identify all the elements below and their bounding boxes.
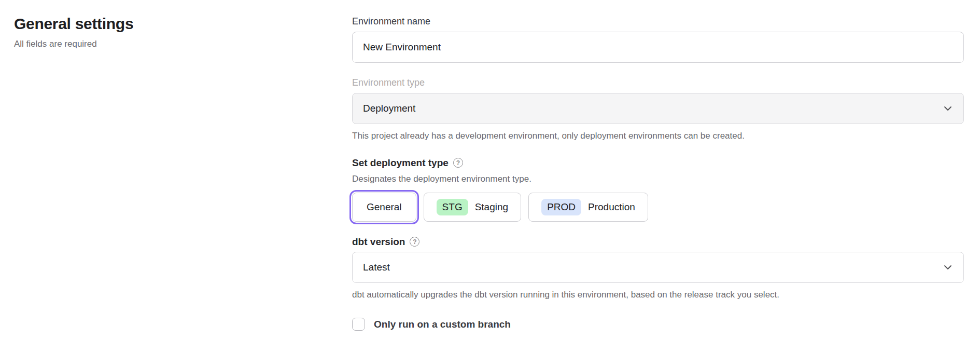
settings-header: General settings All fields are required [14, 15, 304, 50]
environment-type-helper: This project already has a development e… [352, 130, 964, 141]
dbt-version-title: dbt version [352, 236, 405, 248]
environment-name-input[interactable] [352, 32, 964, 63]
production-badge: PROD [541, 199, 581, 215]
deployment-type-title: Set deployment type [352, 157, 449, 169]
environment-type-select: Deployment [352, 93, 964, 124]
help-icon[interactable]: ? [453, 158, 463, 168]
deployment-type-general-label: General [367, 201, 402, 213]
deployment-type-staging-button[interactable]: STG Staging [424, 193, 522, 222]
page-title: General settings [14, 15, 304, 33]
help-icon[interactable]: ? [410, 237, 419, 247]
custom-branch-label[interactable]: Only run on a custom branch [374, 319, 511, 330]
environment-name-label: Environment name [352, 15, 964, 28]
deployment-type-production-label: Production [588, 201, 635, 213]
dbt-version-helper: dbt automatically upgrades the dbt versi… [352, 289, 964, 300]
dbt-version-value: Latest [363, 262, 390, 273]
chevron-down-icon [944, 106, 952, 111]
deployment-type-staging-label: Staging [475, 201, 508, 213]
deployment-type-production-button[interactable]: PROD Production [528, 193, 648, 222]
staging-badge: STG [437, 199, 468, 215]
dbt-version-select[interactable]: Latest [352, 252, 964, 283]
deployment-type-header: Set deployment type ? [352, 157, 964, 169]
custom-branch-row: Only run on a custom branch [352, 318, 964, 331]
chevron-down-icon [944, 265, 952, 270]
environment-settings-form: Environment name Environment type Deploy… [352, 15, 964, 331]
deployment-type-general-button[interactable]: General [352, 193, 416, 222]
environment-type-value: Deployment [363, 103, 415, 114]
page-subtitle: All fields are required [14, 38, 304, 50]
deployment-type-description: Designates the deployment environment ty… [352, 173, 964, 184]
environment-type-label: Environment type [352, 76, 964, 89]
custom-branch-checkbox[interactable] [352, 318, 365, 331]
dbt-version-header: dbt version ? [352, 236, 964, 248]
deployment-type-options: General STG Staging PROD Production [352, 193, 964, 222]
